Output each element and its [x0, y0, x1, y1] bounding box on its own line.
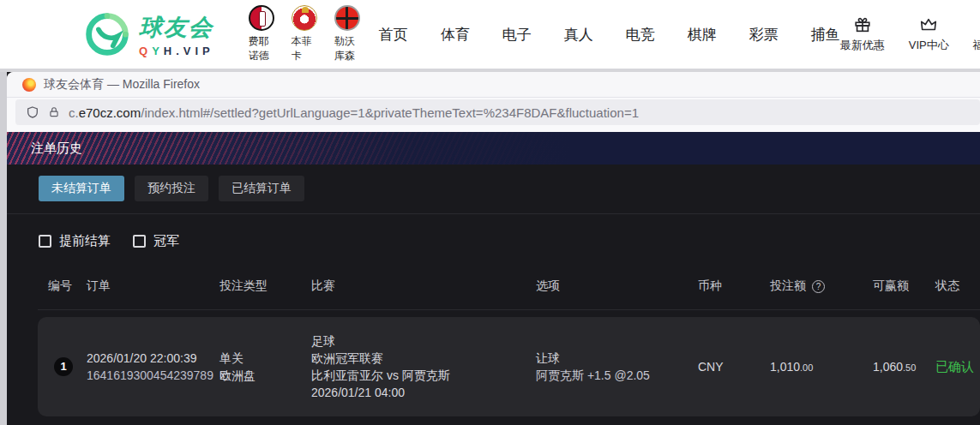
- gift-icon: [853, 15, 872, 34]
- benfica-crest-icon: [292, 5, 317, 31]
- order-time: 2026/01/20 22:00:39: [87, 350, 219, 367]
- lock-icon[interactable]: [48, 106, 60, 118]
- window-title: 球友会体育 — Mozilla Firefox: [44, 77, 200, 93]
- tabs-divider: [7, 213, 980, 214]
- pick: 阿贾克斯 +1.5 @2.05: [536, 367, 698, 384]
- col-stake: 投注额 ?: [770, 278, 873, 294]
- order-tabs: 未结算订单 预约投注 已结算订单: [39, 176, 980, 201]
- order-id: 1641619300454239789: [87, 367, 213, 384]
- leverkusen-crest-icon: [334, 5, 360, 31]
- brand-domain: QYH.VIP: [139, 45, 214, 57]
- option-cell: 让球 阿贾克斯 +1.5 @2.05: [536, 350, 698, 384]
- col-status: 状态: [935, 278, 980, 294]
- col-number: 编号: [48, 278, 87, 294]
- nav-item-esports[interactable]: 电竞: [626, 25, 655, 45]
- col-match: 比赛: [311, 278, 536, 294]
- welfare-center-link[interactable]: 福利中心: [973, 15, 980, 53]
- status-badge: 已确认: [935, 358, 980, 375]
- tab-reserved[interactable]: 预约投注: [135, 176, 208, 201]
- urlbar-row: c.e70cz.com/index.html#/settled?getUrlLa…: [7, 98, 980, 132]
- quick-links: 最新优惠 VIP中心 福利中心: [840, 15, 980, 53]
- feyenoord-crest-icon: [249, 5, 274, 31]
- col-currency: 币种: [698, 278, 770, 294]
- col-bet-type: 投注类型: [219, 278, 311, 294]
- nav-item-sports[interactable]: 体育: [441, 25, 470, 45]
- url-text: c.e70cz.com/index.html#/settled?getUrlLa…: [69, 105, 639, 120]
- site-header: 球友会 QYH.VIP 费耶诺德 本菲卡 勒沃库森 首页 体育 电子 真人 电竞…: [0, 0, 980, 69]
- stake-amount: 1,010.00: [770, 358, 873, 376]
- promotions-link[interactable]: 最新优惠: [840, 15, 885, 53]
- nav-item-live[interactable]: 真人: [564, 25, 593, 45]
- bet-history-content: 未结算订单 预约投注 已结算订单 提前结算 冠军 编号 订单: [7, 165, 980, 425]
- partner-benfica[interactable]: 本菲卡: [292, 5, 317, 63]
- filter-early-settle[interactable]: 提前结算: [39, 233, 111, 249]
- firefox-window: 球友会体育 — Mozilla Firefox c.e70cz.com/inde…: [7, 72, 980, 425]
- logo-swirl-icon: [84, 11, 130, 57]
- col-order: 订单: [87, 278, 219, 294]
- champion-checkbox[interactable]: [133, 235, 146, 248]
- partner-leverkusen[interactable]: 勒沃库森: [334, 5, 360, 63]
- vip-center-link[interactable]: VIP中心: [909, 15, 949, 53]
- winnable-amount: 1,060.50: [873, 358, 935, 376]
- orders-table: 编号 订单 投注类型 比赛 选项 币种 投注额 ? 可赢额 状态 1: [38, 273, 980, 416]
- nav-item-fishing[interactable]: 捕鱼: [811, 25, 840, 45]
- crown-icon: [919, 15, 938, 34]
- col-winnable: 可赢额: [873, 278, 935, 294]
- nav-item-cards[interactable]: 棋牌: [688, 25, 717, 45]
- site-logo[interactable]: 球友会 QYH.VIP: [84, 11, 214, 57]
- odds-format: 欧洲盘: [219, 367, 311, 384]
- currency-cell: CNY: [698, 358, 770, 375]
- order-cell: 2026/01/20 22:00:39 1641619300454239789: [87, 350, 219, 384]
- brand-name: 球友会: [139, 12, 214, 43]
- main-nav: 首页 体育 电子 真人 电竞 棋牌 彩票 捕鱼: [379, 25, 840, 45]
- match-cell: 足球 欧洲冠军联赛 比利亚雷亚尔 vs 阿贾克斯 2026/01/21 04:0…: [311, 332, 536, 401]
- nav-item-home[interactable]: 首页: [379, 25, 408, 45]
- bet-type-cell: 单关 欧洲盘: [219, 350, 311, 384]
- teams: 比利亚雷亚尔 vs 阿贾克斯: [311, 367, 536, 384]
- filter-champion[interactable]: 冠军: [133, 233, 179, 249]
- page-banner: 注单历史: [7, 132, 980, 165]
- bet-type: 单关: [219, 350, 311, 367]
- partner-logos: 费耶诺德 本菲卡 勒沃库森: [249, 5, 360, 63]
- table-header: 编号 订单 投注类型 比赛 选项 币种 投注额 ? 可赢额 状态: [38, 273, 980, 310]
- desktop-edge: [0, 72, 7, 425]
- filters-row: 提前结算 冠军: [39, 233, 980, 249]
- tab-unsettled[interactable]: 未结算订单: [39, 176, 124, 201]
- match-time: 2026/01/21 04:00: [311, 384, 536, 401]
- sport: 足球: [311, 332, 536, 350]
- tab-settled[interactable]: 已结算订单: [219, 176, 304, 201]
- firefox-icon: [22, 78, 36, 92]
- stake-help-icon[interactable]: ?: [812, 280, 825, 293]
- window-titlebar: 球友会体育 — Mozilla Firefox: [7, 72, 980, 98]
- early-settle-checkbox[interactable]: [39, 235, 51, 248]
- shield-permissions-icon[interactable]: [26, 105, 39, 119]
- partner-feyenoord[interactable]: 费耶诺德: [249, 5, 274, 63]
- nav-item-slots[interactable]: 电子: [502, 25, 532, 45]
- row-number-badge: 1: [54, 357, 73, 376]
- col-option: 选项: [536, 278, 698, 294]
- nav-item-lottery[interactable]: 彩票: [749, 25, 779, 45]
- league: 欧洲冠军联赛: [311, 350, 536, 367]
- page-title: 注单历史: [31, 141, 82, 157]
- order-row: 1 2026/01/20 22:00:39 164161930045423978…: [38, 317, 980, 416]
- url-bar[interactable]: c.e70cz.com/index.html#/settled?getUrlLa…: [15, 99, 980, 125]
- market: 让球: [536, 350, 698, 367]
